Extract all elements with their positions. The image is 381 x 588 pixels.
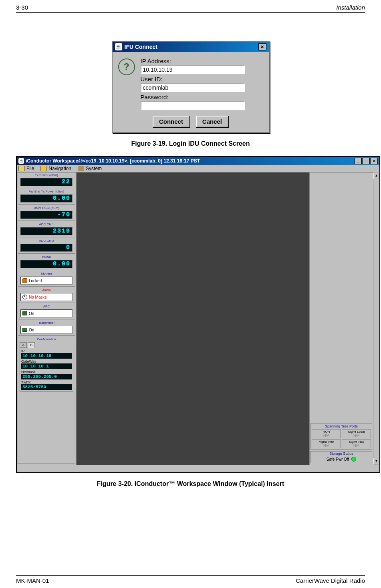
stp-roh: ROHN/A — [312, 429, 341, 438]
dialog-titlebar: ☕ IFU Connect ✕ — [113, 42, 269, 52]
cfg-nm-value: 255.255.255.0 — [21, 374, 72, 379]
cfg-tab-b[interactable]: B — [28, 342, 35, 348]
safe-pwr-label: Safe Pwr Off — [327, 457, 349, 462]
adc1-value: 2319 — [20, 227, 73, 235]
password-label: Password: — [141, 94, 263, 100]
maximize-button[interactable]: □ — [363, 158, 370, 164]
workspace-window: ☕ iConductor Workspace@<cc19, 10.10.10.1… — [16, 156, 380, 473]
figure-319-caption: Figure 3-19. Login IDU Connect Screen — [16, 140, 365, 147]
apc-label: APC — [18, 305, 75, 308]
user-input[interactable] — [141, 83, 245, 92]
modem-label: Modem — [18, 272, 75, 275]
configuration-label: Configuration — [18, 337, 75, 341]
menu-system[interactable]: System — [78, 166, 102, 171]
dmm-panel: DMM RSSI (dBm) -70 — [18, 206, 75, 221]
page-footer: MK-MAN-01 CarrierWave Digital Radio — [16, 575, 365, 584]
password-input[interactable] — [141, 101, 245, 110]
cfg-ip-value: 10.10.10.19 — [21, 353, 72, 359]
ip-input[interactable] — [141, 65, 245, 74]
ebn0-label: Eb/N0 — [18, 255, 75, 259]
adc2-label: ADC CH 2 — [18, 239, 75, 243]
vertical-scrollbar[interactable]: ▲ ▼ — [373, 173, 379, 465]
alarm-panel: Alarm No Masks — [18, 288, 75, 303]
lock-icon — [22, 278, 27, 283]
left-sidebar: Tx Power (dBm) 22 Far End Tx Power (dBm)… — [17, 173, 77, 465]
tx-power-panel: Tx Power (dBm) 22 — [18, 173, 75, 188]
ebn0-panel: Eb/N0 0.00 — [18, 255, 75, 270]
scroll-up-button[interactable]: ▲ — [373, 173, 379, 179]
product-name: CarrierWave Digital Radio — [296, 577, 365, 584]
cfg-txrx-label: Tx/Rx — [21, 380, 72, 384]
cfg-tab-a[interactable]: A — [20, 342, 27, 348]
configuration-panel: Configuration A B IP 10.10.10.19 GateWay… — [18, 337, 75, 464]
dialog-title-text: IFU Connect — [125, 44, 157, 50]
ip-label: IP Address: — [141, 58, 263, 64]
scroll-down-button[interactable]: ▼ — [373, 458, 379, 465]
close-button[interactable]: ✕ — [258, 43, 266, 50]
workspace-canvas[interactable] — [77, 173, 309, 465]
dmm-label: DMM RSSI (dBm) — [18, 206, 75, 210]
clock-icon — [22, 295, 27, 299]
configuration-values: IP 10.10.10.19 GateWay 10.10.10.1 Netmas… — [20, 348, 73, 392]
cfg-gw-value: 10.10.10.1 — [21, 363, 72, 369]
right-panel: Spanning Tree Ports ROHN/A Mgmt LocalN/A… — [309, 173, 373, 465]
menu-bar: File Navigation System — [17, 165, 379, 173]
stp-title: Spanning Tree Ports — [311, 424, 372, 428]
connect-button[interactable]: Connect — [153, 116, 189, 127]
stp-mgmt-inter: Mgmt InterN/A — [312, 439, 341, 448]
stp-mgmt-local: Mgmt LocalN/A — [342, 429, 371, 438]
transmitter-label: Transmitter — [18, 321, 75, 325]
minimize-button[interactable]: _ — [355, 158, 362, 164]
tx-power-label: Tx Power (dBm) — [18, 173, 75, 177]
section-title: Installation — [336, 4, 365, 11]
tx-power-value: 22 — [20, 178, 73, 186]
cancel-button[interactable]: Cancel — [196, 116, 228, 127]
modem-panel: Modem Locked — [18, 272, 75, 287]
workspace-title-text: iConductor Workspace@<cc19, 10.10.10.19>… — [26, 158, 200, 164]
status-bar — [17, 465, 379, 472]
menu-navigation[interactable]: Navigation — [40, 166, 71, 171]
workspace-titlebar: ☕ iConductor Workspace@<cc19, 10.10.10.1… — [17, 157, 379, 165]
far-end-panel: Far End Tx Power (dBm) 0.00 — [18, 190, 75, 205]
apc-status: On — [20, 309, 73, 317]
device-icon — [22, 311, 27, 315]
dmm-value: -70 — [20, 211, 73, 219]
apc-panel: APC On — [18, 305, 75, 319]
alarm-label: Alarm — [18, 288, 75, 292]
cfg-ip-label: IP — [21, 349, 72, 353]
transmitter-status: On — [20, 326, 73, 334]
cfg-txrx-value: 5825/5750 — [21, 384, 72, 390]
system-icon — [78, 166, 84, 171]
storage-title: Storage Status — [311, 452, 372, 456]
device-icon — [22, 328, 27, 332]
question-icon: ? — [118, 58, 135, 75]
status-led-icon — [351, 457, 356, 462]
java-icon: ☕ — [18, 158, 24, 164]
alarm-status: No Masks — [20, 293, 73, 301]
ebn0-value: 0.00 — [20, 260, 73, 268]
folder-icon — [18, 166, 25, 171]
ifu-connect-dialog: ☕ IFU Connect ✕ ? IP Address: User ID: P… — [112, 41, 270, 133]
spanning-tree-panel: Spanning Tree Ports ROHN/A Mgmt LocalN/A… — [310, 423, 372, 450]
adc2-panel: ADC CH 2 0 — [18, 239, 75, 254]
menu-file[interactable]: File — [18, 166, 34, 171]
modem-status: Locked — [20, 277, 73, 285]
user-label: User ID: — [141, 76, 263, 82]
storage-status-panel: Storage Status Safe Pwr Off — [310, 451, 372, 463]
cfg-gw-label: GateWay — [21, 359, 72, 363]
close-button[interactable]: ✕ — [371, 158, 378, 164]
figure-320-caption: Figure 3-20. iConductor™ Workspace Windo… — [16, 480, 365, 488]
page-header: 3-30 Installation — [16, 4, 365, 13]
stp-mgmt-test: Mgmt TestN/A — [342, 439, 371, 448]
adc1-panel: ADC CH 1 2319 — [18, 223, 75, 237]
transmitter-panel: Transmitter On — [18, 321, 75, 336]
java-icon: ☕ — [115, 43, 122, 50]
adc1-label: ADC CH 1 — [18, 223, 75, 226]
adc2-value: 0 — [20, 244, 73, 252]
page-number: 3-30 — [16, 4, 28, 11]
doc-id: MK-MAN-01 — [16, 577, 49, 584]
far-end-label: Far End Tx Power (dBm) — [18, 190, 75, 193]
nav-icon — [40, 166, 47, 171]
far-end-value: 0.00 — [20, 195, 73, 203]
cfg-nm-label: Netmask — [21, 370, 72, 374]
